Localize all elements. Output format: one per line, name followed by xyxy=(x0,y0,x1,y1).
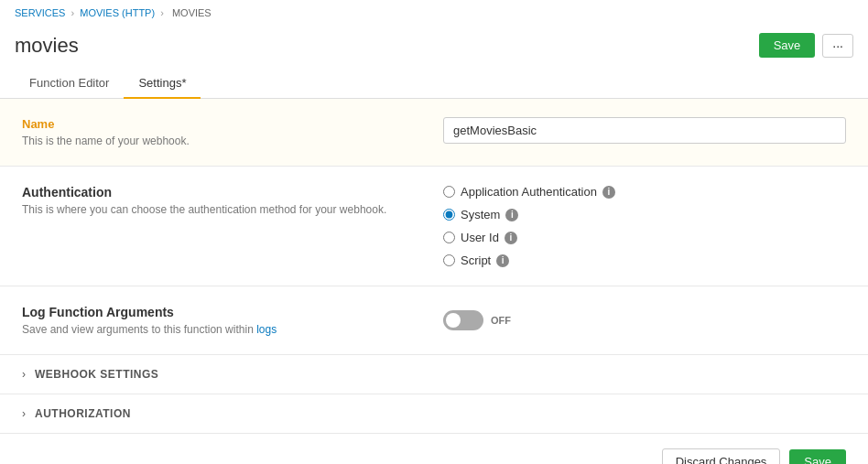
header-actions: Save ··· xyxy=(759,33,853,58)
radio-app-auth-label: Application Authentication xyxy=(461,185,597,199)
script-info-icon[interactable]: i xyxy=(496,254,509,267)
radio-script[interactable]: Script i xyxy=(443,254,846,267)
log-toggle-container: OFF xyxy=(443,310,846,330)
more-options-button[interactable]: ··· xyxy=(822,34,853,58)
toggle-off-label: OFF xyxy=(491,315,511,326)
auth-title: Authentication xyxy=(22,185,443,200)
name-control-col xyxy=(443,117,846,144)
system-info-icon[interactable]: i xyxy=(505,209,518,221)
log-section: Log Function Arguments Save and view arg… xyxy=(0,286,868,355)
radio-app-auth-input[interactable] xyxy=(443,186,455,198)
radio-user-id-input[interactable] xyxy=(443,232,455,243)
footer: Discard Changes Save xyxy=(0,434,868,464)
log-control-col: OFF xyxy=(443,310,846,330)
auth-radio-group: Application Authentication i System i Us… xyxy=(443,185,846,267)
auth-description: This is where you can choose the authent… xyxy=(22,203,443,216)
app-auth-info-icon[interactable]: i xyxy=(602,186,615,199)
page-title: movies xyxy=(15,34,79,58)
radio-system[interactable]: System i xyxy=(443,208,846,221)
radio-user-id-label: User Id xyxy=(461,231,499,244)
page-header: movies Save ··· xyxy=(0,26,868,69)
authorization-section[interactable]: › AUTHORIZATION xyxy=(0,394,868,434)
log-description: Save and view arguments to this function… xyxy=(22,323,443,336)
radio-system-input[interactable] xyxy=(443,209,455,221)
name-section: Name This is the name of your webhook. xyxy=(0,99,868,167)
authentication-section: Authentication This is where you can cho… xyxy=(0,167,868,286)
name-description: This is the name of your webhook. xyxy=(22,135,443,147)
radio-script-label: Script xyxy=(461,254,491,267)
breadcrumb-movies-http[interactable]: MOVIES (HTTP) xyxy=(80,7,155,18)
radio-script-input[interactable] xyxy=(443,254,455,266)
breadcrumb-current: MOVIES xyxy=(172,7,212,18)
user-id-info-icon[interactable]: i xyxy=(505,232,517,244)
name-input[interactable] xyxy=(443,117,846,144)
tab-function-editor[interactable]: Function Editor xyxy=(15,69,124,99)
authorization-chevron-icon: › xyxy=(22,407,26,420)
toggle-slider xyxy=(443,310,483,330)
save-bottom-button[interactable]: Save xyxy=(789,449,846,464)
webhook-chevron-icon: › xyxy=(22,368,26,381)
webhook-settings-section[interactable]: › WEBHOOK SETTINGS xyxy=(0,355,868,394)
webhook-settings-title: WEBHOOK SETTINGS xyxy=(35,368,158,381)
breadcrumb-services[interactable]: SERVICES xyxy=(15,7,65,18)
discard-changes-button[interactable]: Discard Changes xyxy=(662,448,781,464)
radio-app-auth[interactable]: Application Authentication i xyxy=(443,185,846,199)
radio-user-id[interactable]: User Id i xyxy=(443,231,846,244)
authorization-title: AUTHORIZATION xyxy=(35,407,131,420)
tab-settings[interactable]: Settings* xyxy=(124,69,201,99)
log-title: Log Function Arguments xyxy=(22,305,443,319)
auth-control-col: Application Authentication i System i Us… xyxy=(443,185,846,267)
tabs: Function Editor Settings* xyxy=(0,69,868,99)
name-label: Name xyxy=(22,117,443,131)
log-toggle[interactable] xyxy=(443,310,483,330)
logs-link[interactable]: logs xyxy=(256,323,277,336)
breadcrumb: SERVICES › MOVIES (HTTP) › MOVIES xyxy=(0,0,868,26)
name-label-col: Name This is the name of your webhook. xyxy=(22,117,443,147)
auth-label-col: Authentication This is where you can cho… xyxy=(22,185,443,216)
radio-system-label: System xyxy=(461,208,500,221)
log-label-col: Log Function Arguments Save and view arg… xyxy=(22,305,443,336)
save-top-button[interactable]: Save xyxy=(759,33,816,58)
